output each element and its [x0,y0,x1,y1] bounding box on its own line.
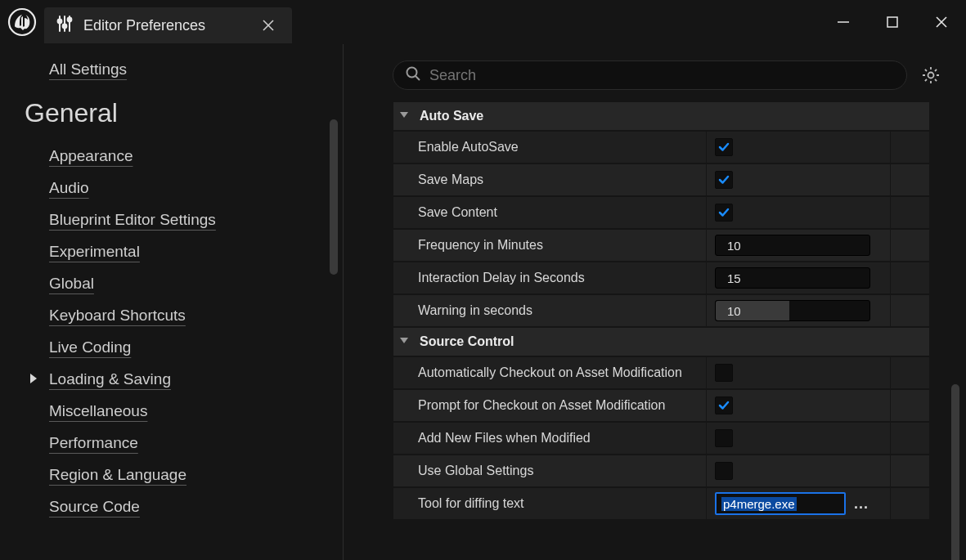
window-maximize-button[interactable] [868,0,917,44]
slider-input[interactable]: 10 [715,300,870,321]
text-input[interactable]: p4merge.exe [715,492,846,515]
group-title: Auto Save [420,109,483,123]
property-row: Warning in seconds10 [393,294,930,327]
property-label: Use Global Settings [393,455,707,486]
sidebar-scrollbar[interactable] [330,119,338,275]
number-value: 15 [727,271,741,285]
svg-rect-10 [887,17,897,27]
property-label: Prompt for Checkout on Asset Modificatio… [393,390,707,421]
sidebar-item-appearance[interactable]: Appearance [25,140,343,172]
group-title: Source Control [420,334,514,349]
sidebar-item-loading-saving[interactable]: Loading & Saving [25,363,343,395]
property-row: Enable AutoSave [393,131,930,164]
property-value [707,423,891,454]
sidebar-item-global[interactable]: Global [25,267,343,299]
sidebar-item-label: Audio [49,179,89,197]
sidebar-item-label: Global [49,275,94,293]
property-value [707,197,891,228]
window-close-button[interactable] [917,0,966,44]
sidebar-all-settings[interactable]: All Settings [49,60,343,78]
sidebar-item-region-language[interactable]: Region & Language [25,459,343,491]
property-value [707,164,891,195]
window-minimize-button[interactable] [819,0,868,44]
property-value: 10 [707,230,891,261]
checkbox[interactable] [715,138,733,156]
property-value [707,132,891,163]
property-label: Interaction Delay in Seconds [393,262,707,293]
search-box[interactable] [393,60,907,90]
number-input[interactable]: 15 [715,267,870,289]
property-row: Save Maps [393,164,930,196]
content-scrollbar[interactable] [951,384,959,560]
unreal-logo [0,0,44,44]
sidebar: All Settings General AppearanceAudioBlue… [0,44,344,560]
title-bar: Editor Preferences [0,0,966,44]
property-label: Frequency in Minutes [393,230,707,261]
number-value: 10 [727,239,741,253]
checkbox[interactable] [715,396,733,414]
property-row: Add New Files when Modified [393,422,930,455]
triangle-down-icon [398,109,413,123]
property-row: Save Content [393,196,930,229]
sidebar-item-label: Source Code [49,498,140,516]
svg-point-4 [63,25,67,29]
sidebar-item-live-coding[interactable]: Live Coding [25,331,343,363]
group-header-source-control[interactable]: Source Control [393,327,930,356]
sidebar-item-label: Live Coding [49,338,131,356]
sidebar-item-label: Miscellaneous [49,402,147,420]
checkbox[interactable] [715,204,733,222]
property-value [707,390,891,421]
sidebar-item-label: Keyboard Shortcuts [49,307,186,325]
property-label: Automatically Checkout on Asset Modifica… [393,357,707,388]
sidebar-item-experimental[interactable]: Experimental [25,235,343,267]
tab-editor-preferences[interactable]: Editor Preferences [44,7,292,43]
tab-close-button[interactable] [256,13,281,38]
property-row: Tool for diffing textp4merge.exe... [393,487,930,520]
sidebar-item-label: Appearance [49,147,133,165]
property-value: 10 [707,295,891,326]
sidebar-item-performance[interactable]: Performance [25,427,343,459]
property-label: Save Content [393,197,707,228]
property-label: Add New Files when Modified [393,423,707,454]
svg-point-2 [58,20,62,24]
property-row: Interaction Delay in Seconds15 [393,262,930,294]
search-icon [405,65,421,85]
checkbox[interactable] [715,429,733,447]
svg-point-6 [68,18,72,22]
property-label: Warning in seconds [393,295,707,326]
property-row: Automatically Checkout on Asset Modifica… [393,356,930,389]
sidebar-section-header: General [25,98,343,128]
number-value: 10 [727,304,741,318]
sidebar-item-source-code[interactable]: Source Code [25,491,343,522]
svg-line-14 [416,76,420,80]
sidebar-item-label: Blueprint Editor Settings [49,211,216,229]
checkbox[interactable] [715,364,733,382]
checkbox[interactable] [715,171,733,189]
property-value: p4merge.exe... [707,488,891,519]
content-panel: Auto SaveEnable AutoSaveSave MapsSave Co… [344,44,966,560]
sidebar-item-label: Performance [49,434,138,452]
browse-button[interactable]: ... [854,495,875,513]
sidebar-item-audio[interactable]: Audio [25,172,343,204]
sidebar-item-label: Loading & Saving [49,370,171,388]
settings-gear-button[interactable] [919,63,943,87]
sidebar-item-miscellaneous[interactable]: Miscellaneous [25,395,343,427]
text-value: p4merge.exe [721,497,797,511]
triangle-right-icon [29,370,38,388]
svg-point-13 [407,68,417,78]
search-input[interactable] [429,67,895,84]
property-value [707,455,891,486]
sidebar-item-label: Region & Language [49,466,186,484]
property-value [707,357,891,388]
sidebar-item-blueprint-editor-settings[interactable]: Blueprint Editor Settings [25,204,343,235]
property-row: Use Global Settings [393,455,930,487]
group-header-auto-save[interactable]: Auto Save [393,101,930,131]
property-row: Frequency in Minutes10 [393,229,930,262]
number-input[interactable]: 10 [715,235,870,256]
sidebar-item-keyboard-shortcuts[interactable]: Keyboard Shortcuts [25,299,343,331]
checkbox[interactable] [715,462,733,480]
property-label: Save Maps [393,164,707,195]
sidebar-item-label: Experimental [49,243,140,261]
property-label: Tool for diffing text [393,488,707,519]
sliders-icon [56,15,74,36]
